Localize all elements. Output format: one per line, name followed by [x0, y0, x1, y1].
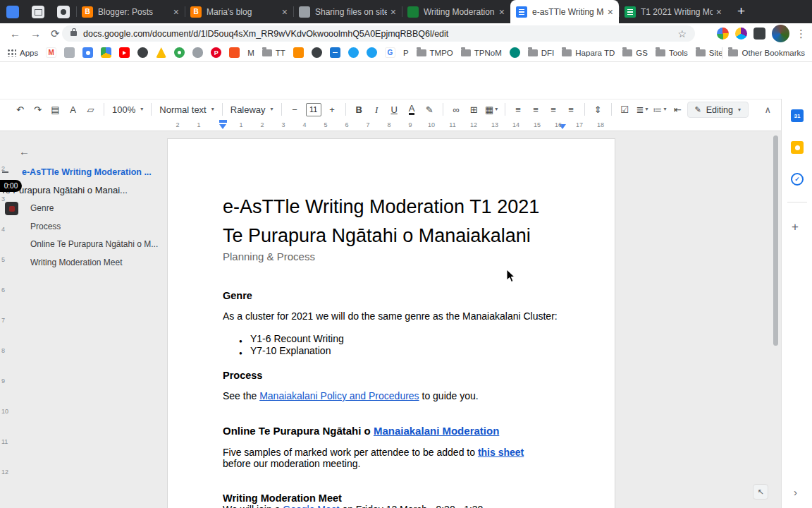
back-button[interactable]: ←	[10, 28, 20, 39]
italic-button[interactable]: I	[369, 101, 385, 118]
bookmark-twitter-1[interactable]	[348, 47, 359, 58]
browser-tab[interactable]: Writing Moderation - Te...×	[402, 0, 510, 23]
add-addon-button[interactable]: +	[792, 220, 799, 234]
bookmark-blue-book-site[interactable]	[330, 47, 340, 58]
increase-font-size-button[interactable]: +	[324, 101, 340, 118]
recorder-app-icon[interactable]	[5, 202, 18, 215]
collapse-toolbar-button[interactable]: ∧	[764, 104, 771, 115]
bookmark-youtube[interactable]	[119, 47, 130, 58]
align-center-button[interactable]: ≡	[528, 101, 544, 118]
checklist-button[interactable]: ☑	[617, 101, 633, 118]
insert-link-button[interactable]: ∞	[448, 101, 465, 118]
browser-tab[interactable]: Maria's blog×	[185, 0, 293, 23]
extension-icon-2[interactable]	[735, 28, 747, 40]
align-left-button[interactable]: ≡	[510, 101, 527, 118]
print-button[interactable]: ▤	[47, 101, 63, 118]
add-comment-button[interactable]: ⊞	[466, 101, 482, 118]
bookmark-tt-folder[interactable]: TT	[262, 49, 285, 57]
tab-close-icon[interactable]: ×	[390, 7, 396, 17]
underline-button[interactable]: U	[386, 101, 402, 118]
tab-close-icon[interactable]: ×	[282, 7, 288, 17]
bookmark-gmail[interactable]	[46, 47, 56, 58]
browser-profile-avatar[interactable]	[772, 25, 789, 42]
decrease-indent-button[interactable]: ⇤	[670, 101, 686, 118]
url-field[interactable]: docs.google.com/document/d/1lD5ouq4sXm_R…	[62, 25, 695, 42]
bookmark-orange-site-2[interactable]	[293, 47, 304, 58]
bookmark-p-bookmark[interactable]: P	[403, 49, 409, 57]
outline-item[interactable]: e-AsTTle Writing Moderation ...	[22, 167, 152, 177]
bookmark-dfi-folder[interactable]: DFI	[528, 49, 555, 57]
bookmark-m-bookmark[interactable]: M	[247, 49, 254, 57]
google-meet-link[interactable]: Google Meet	[283, 504, 339, 508]
extension-icon-3[interactable]	[753, 28, 765, 40]
this-sheet-link[interactable]: this sheet	[478, 447, 524, 458]
font-size-input[interactable]: 11	[306, 103, 321, 116]
vertical-scrollbar[interactable]	[773, 135, 778, 346]
bookmark-cloud-site[interactable]	[192, 47, 203, 58]
tasks-icon[interactable]	[791, 173, 804, 186]
bookmark-sites-folder[interactable]: Sites	[696, 49, 722, 57]
bookmark-dark-site[interactable]	[137, 47, 148, 58]
bookmark-google-site[interactable]	[385, 47, 395, 58]
first-line-indent-marker[interactable]	[219, 120, 227, 123]
left-indent-marker[interactable]	[219, 124, 226, 129]
explore-button[interactable]: ↖	[753, 484, 768, 500]
numbered-list-button[interactable]: ≣▾	[634, 101, 651, 118]
pinned-tab-camera[interactable]	[57, 6, 70, 18]
other-bookmarks[interactable]: Other Bookmarks	[722, 47, 812, 59]
outline-item[interactable]: Online Te Purapura Ngātahi o M...	[30, 239, 158, 249]
insert-image-button[interactable]: ▦▾	[484, 101, 500, 118]
side-panel-collapse-button[interactable]: ›	[794, 486, 797, 498]
text-color-button[interactable]: A	[404, 101, 420, 118]
document-content[interactable]: e-AsTTle Writing Moderation T1 2021 Te P…	[168, 139, 615, 508]
bookmark-tools-folder[interactable]: Tools	[656, 49, 688, 57]
pinned-tab-mail[interactable]	[6, 6, 19, 18]
outline-item[interactable]: Genre	[30, 203, 54, 213]
tab-close-icon[interactable]: ×	[608, 7, 613, 17]
browser-tab[interactable]: e-asTTle Writing Modera...×	[510, 0, 619, 23]
redo-button[interactable]: ↷	[30, 101, 46, 118]
calendar-icon[interactable]	[791, 109, 804, 122]
mode-dropdown[interactable]: ✎ Editing ▾	[687, 102, 749, 118]
bookmark-colour-site[interactable]	[156, 47, 166, 58]
outline-item[interactable]: Process	[30, 222, 61, 231]
browser-menu-icon[interactable]: ⋮	[796, 28, 806, 40]
font-dropdown[interactable]: Raleway▾	[230, 104, 273, 115]
browser-tab[interactable]: T1 2021 Writing Modera...×	[619, 0, 727, 23]
browser-tab[interactable]: Blogger: Posts×	[76, 0, 185, 23]
bookmark-maps[interactable]	[174, 47, 185, 58]
bulleted-list-button[interactable]: ≔▾	[652, 101, 668, 118]
bookmark-gs-folder[interactable]: GS	[622, 49, 648, 57]
bookmark-photos-site[interactable]	[64, 47, 75, 58]
bookmark-pinterest[interactable]	[211, 47, 221, 58]
bold-button[interactable]: B	[351, 101, 367, 118]
bookmark-apps[interactable]: Apps	[7, 48, 38, 57]
bookmark-tmpo-folder[interactable]: TMPO	[417, 49, 453, 57]
tab-close-icon[interactable]: ×	[716, 7, 722, 17]
bookmark-twitter-2[interactable]	[367, 47, 377, 58]
new-tab-button[interactable]: +	[737, 4, 745, 18]
bookmark-dark-site-2[interactable]	[312, 47, 322, 58]
reload-button[interactable]: ⟳	[51, 28, 60, 39]
pinned-tab-screenshot[interactable]	[32, 6, 44, 18]
undo-button[interactable]: ↶	[12, 101, 28, 118]
spelling-check-button[interactable]: A	[65, 101, 81, 118]
bookmark-tpnom-folder[interactable]: TPNoM	[461, 49, 502, 57]
extension-icon-1[interactable]	[717, 28, 729, 40]
outline-close-button[interactable]: ←	[19, 145, 30, 157]
decrease-font-size-button[interactable]: −	[287, 101, 303, 118]
bookmark-teal-site[interactable]	[510, 47, 520, 58]
manaiakalani-moderation-link[interactable]: Manaiakalani Moderation	[374, 425, 499, 437]
browser-tab[interactable]: Sharing files on site - Go...×	[293, 0, 402, 23]
align-right-button[interactable]: ≡	[546, 101, 562, 118]
document-page[interactable]: e-AsTTle Writing Moderation T1 2021 Te P…	[167, 138, 615, 508]
tab-close-icon[interactable]: ×	[173, 7, 179, 17]
bookmark-drive-site[interactable]	[101, 47, 111, 58]
paint-format-button[interactable]: ▱	[82, 101, 99, 118]
bookmark-orange-site[interactable]	[229, 47, 240, 58]
forward-button[interactable]: →	[30, 28, 41, 39]
tab-close-icon[interactable]: ×	[499, 7, 505, 17]
line-spacing-button[interactable]: ⇕	[590, 101, 606, 118]
styles-dropdown[interactable]: Normal text▾	[159, 104, 214, 115]
outline-item[interactable]: Writing Moderation Meet	[30, 258, 123, 267]
